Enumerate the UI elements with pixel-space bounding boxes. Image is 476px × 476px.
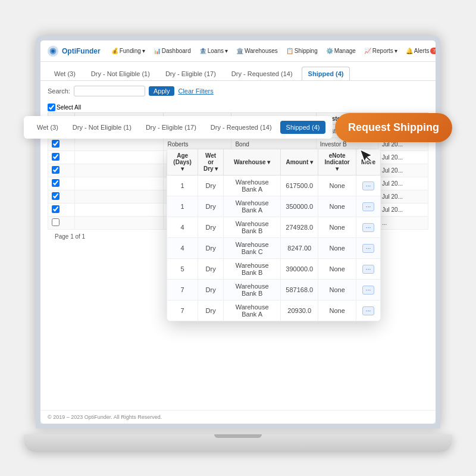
tab-shipped[interactable]: Shipped (4) (302, 67, 350, 80)
float-row-enote: None (318, 176, 356, 196)
row-loan (75, 190, 164, 203)
ftab-wet[interactable]: Wet (3) (31, 121, 64, 134)
logo-text: OptiFunder (62, 47, 101, 55)
svg-marker-3 (360, 146, 374, 164)
float-row-amount: 274928.0 (281, 217, 318, 238)
float-row-wetdry: Dry (198, 176, 224, 196)
float-row-enote: None (318, 300, 356, 321)
search-bar: Search: Apply Clear Filters (40, 81, 436, 101)
float-row-more[interactable]: ··· (356, 196, 381, 217)
float-table-row: 4 Dry Warehouse Bank B 274928.0 None ··· (167, 217, 381, 238)
nav-funding[interactable]: 💰 Funding ▾ (108, 45, 149, 57)
reports-icon: 📈 (364, 48, 371, 54)
logo-area: OptiFunder (46, 45, 101, 58)
row-loan (75, 138, 164, 151)
float-table-row: 4 Dry Warehouse Bank C 8247.00 None ··· (167, 238, 381, 259)
tab-dry-eligible[interactable]: Dry - Eligible (17) (159, 67, 223, 80)
row-due: Jul 20... (378, 151, 428, 164)
float-row-enote: None (318, 196, 356, 217)
tab-wet[interactable]: Wet (3) (48, 67, 82, 80)
float-row-more[interactable]: ··· (356, 300, 381, 321)
scene: OptiFunder 💰 Funding ▾ 📊 Dashboard 🏦 Loa… (12, 24, 464, 452)
float-row-enote: None (318, 217, 356, 238)
nav-warehouses[interactable]: 🏛️ Warehouses (233, 45, 281, 57)
nav-items: 💰 Funding ▾ 📊 Dashboard 🏦 Loans ▾ 🏛️ War… (108, 45, 436, 57)
floating-table: Age(Days) ▾ Wet orDry ▾ Warehouse ▾ Amou… (167, 149, 381, 321)
float-row-enote: None (318, 280, 356, 300)
alerts-badge: 71 (430, 48, 436, 54)
shipping-icon: 📋 (286, 48, 293, 54)
float-row-wetdry: Dry (198, 196, 224, 217)
float-row-amount: 20930.0 (281, 300, 318, 321)
row-checkbox[interactable] (48, 177, 75, 190)
row-checkbox[interactable] (48, 151, 75, 164)
svg-point-2 (51, 49, 55, 53)
float-row-age: 1 (167, 176, 198, 196)
float-row-enote: None (318, 259, 356, 280)
float-col-warehouse[interactable]: Warehouse ▾ (224, 149, 281, 176)
nav-alerts[interactable]: 🔔 Alerts 71 (402, 45, 436, 57)
clear-filters-button[interactable]: Clear Filters (178, 87, 213, 95)
nav-manage[interactable]: ⚙️ Manage (322, 45, 359, 57)
float-row-warehouse: Warehouse Bank B (224, 280, 281, 300)
float-row-amount: 587168.0 (281, 280, 318, 300)
tabs-floating: Wet (3) Dry - Not Eligible (1) Dry - Eli… (24, 116, 333, 139)
laptop-base (24, 434, 452, 452)
ftab-dry-eligible[interactable]: Dry - Eligible (17) (140, 121, 202, 134)
float-row-warehouse: Warehouse Bank B (224, 259, 281, 280)
float-row-wetdry: Dry (198, 280, 224, 300)
float-row-warehouse: Warehouse Bank A (224, 300, 281, 321)
row-checkbox[interactable] (48, 164, 75, 177)
tab-dry-not-eligible[interactable]: Dry - Not Eligible (1) (84, 67, 156, 80)
logo-icon (46, 45, 60, 58)
ftab-shipped[interactable]: Shipped (4) (280, 121, 326, 134)
request-shipping-button[interactable]: Request Shipping (335, 113, 452, 142)
manage-icon: ⚙️ (326, 48, 333, 54)
row-due: Jul 20... (378, 164, 428, 177)
apply-button[interactable]: Apply (149, 86, 175, 96)
float-table-row: 5 Dry Warehouse Bank B 390000.0 None ··· (167, 259, 381, 280)
row-loan (75, 203, 164, 217)
tabs-area: Wet (3) Dry - Not Eligible (1) Dry - Eli… (40, 62, 436, 81)
row-due: Jul 20... (378, 190, 428, 203)
float-col-amount[interactable]: Amount ▾ (281, 149, 318, 176)
select-all-checkbox[interactable] (48, 104, 55, 111)
float-col-enote[interactable]: eNoteIndicator ▾ (318, 149, 356, 176)
float-row-wetdry: Dry (198, 300, 224, 321)
float-data-table: Age(Days) ▾ Wet orDry ▾ Warehouse ▾ Amou… (167, 149, 381, 321)
float-row-age: 4 (167, 238, 198, 259)
float-col-wetdry[interactable]: Wet orDry ▾ (198, 149, 224, 176)
float-row-amount: 350000.0 (281, 196, 318, 217)
float-col-age[interactable]: Age(Days) ▾ (167, 149, 198, 176)
ftab-dry-not[interactable]: Dry - Not Eligible (1) (67, 121, 137, 134)
float-row-wetdry: Dry (198, 238, 224, 259)
search-input[interactable] (74, 86, 145, 96)
float-row-wetdry: Dry (198, 259, 224, 280)
loans-icon: 🏦 (199, 48, 206, 54)
row-checkbox[interactable] (48, 190, 75, 203)
nav-loans[interactable]: 🏦 Loans ▾ (196, 45, 231, 57)
row-loan (75, 164, 164, 177)
float-row-amount: 390000.0 (281, 259, 318, 280)
tab-dry-requested[interactable]: Dry - Requested (14) (225, 67, 299, 80)
nav-reports[interactable]: 📈 Reports ▾ (361, 45, 401, 57)
row-checkbox[interactable] (48, 203, 75, 217)
float-row-amount: 617500.0 (281, 176, 318, 196)
float-row-age: 5 (167, 259, 198, 280)
float-row-more[interactable]: ··· (356, 176, 381, 196)
select-all-area: Select All (48, 104, 428, 111)
float-row-more[interactable]: ··· (356, 280, 381, 300)
row-due: Jul 20... (378, 203, 428, 217)
nav-shipping[interactable]: 📋 Shipping (283, 45, 321, 57)
float-row-more[interactable]: ··· (356, 217, 381, 238)
row-due: ... (378, 217, 428, 230)
search-label: Search: (48, 87, 70, 95)
float-row-more[interactable]: ··· (356, 238, 381, 259)
nav-dashboard[interactable]: 📊 Dashboard (150, 45, 195, 57)
row-checkbox[interactable] (48, 217, 75, 230)
float-row-more[interactable]: ··· (356, 259, 381, 280)
row-checkbox[interactable] (48, 138, 75, 151)
float-row-warehouse: Warehouse Bank B (224, 217, 281, 238)
float-row-age: 1 (167, 196, 198, 217)
ftab-dry-requested[interactable]: Dry - Requested (14) (205, 121, 278, 134)
